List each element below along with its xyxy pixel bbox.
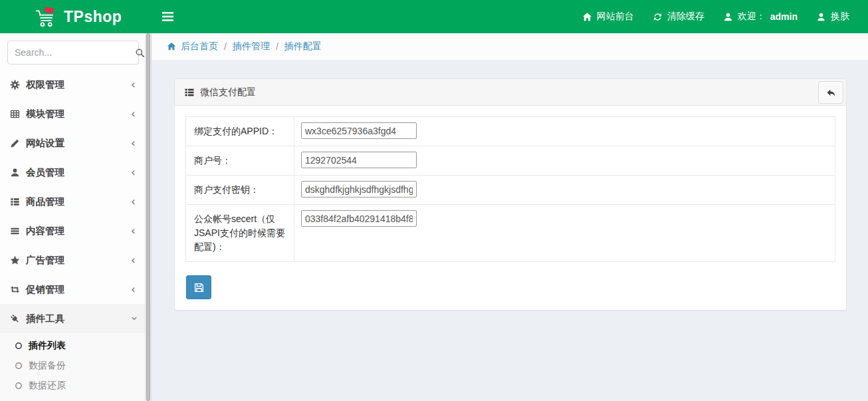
panel-title: 微信支付配置 bbox=[200, 86, 256, 98]
user-icon bbox=[10, 168, 26, 178]
home-icon bbox=[582, 12, 592, 22]
search-icon[interactable] bbox=[135, 48, 145, 58]
sidebar-item-ads[interactable]: 广告管理 ‹ bbox=[0, 245, 145, 275]
field-label: 绑定支付的APPID： bbox=[186, 117, 294, 146]
chevron-left-icon: ‹ bbox=[131, 283, 136, 295]
pay-key-input[interactable] bbox=[301, 181, 417, 198]
top-header: TPshop 网站前台 清除缓存 欢迎： admin bbox=[0, 0, 868, 33]
scrollbar-thumb[interactable] bbox=[146, 33, 150, 401]
form-row-appid: 绑定支付的APPID： bbox=[186, 117, 835, 146]
sidebar-item-members[interactable]: 会员管理 ‹ bbox=[0, 158, 145, 187]
field-label: 商户支付密钥： bbox=[186, 176, 294, 204]
appid-input[interactable] bbox=[301, 122, 417, 139]
nav-welcome-user[interactable]: 欢迎： admin bbox=[714, 0, 807, 33]
username: admin bbox=[770, 11, 798, 22]
gear-icon bbox=[10, 80, 26, 90]
chevron-left-icon: ‹ bbox=[131, 225, 136, 237]
form-row-merchant-id: 商户号： bbox=[186, 146, 835, 176]
field-label: 公众帐号secert（仅JSAPI支付的时候需要配置)： bbox=[186, 205, 294, 261]
sidebar-item-goods[interactable]: 商品管理 ‹ bbox=[0, 187, 145, 216]
secret-input[interactable] bbox=[301, 210, 417, 227]
wechat-pay-config-panel: 微信支付配置 绑定支付的APPID： 商户号： bbox=[174, 78, 847, 311]
brand-logo[interactable]: TPshop bbox=[0, 0, 153, 33]
plug-icon bbox=[10, 314, 26, 324]
nav-site-frontend[interactable]: 网站前台 bbox=[573, 0, 643, 33]
main-content: 后台首页 / 插件管理 / 插件配置 微信支付配置 绑定 bbox=[152, 33, 868, 401]
list-icon bbox=[184, 87, 195, 98]
reply-arrow-icon bbox=[826, 88, 836, 98]
sidebar: 权限管理 ‹ 模块管理 ‹ 网站设置 ‹ 会员管理 ‹ bbox=[0, 33, 145, 401]
panel-body: 绑定支付的APPID： 商户号： 商户支付密钥： bbox=[175, 106, 846, 310]
back-button[interactable] bbox=[818, 81, 843, 104]
save-button[interactable] bbox=[186, 275, 211, 299]
user-icon bbox=[723, 12, 733, 22]
config-form: 绑定支付的APPID： 商户号： 商户支付密钥： bbox=[185, 116, 835, 262]
field-label: 商户号： bbox=[186, 146, 294, 175]
sidebar-item-plugin-tools[interactable]: 插件工具 ‹ bbox=[0, 304, 145, 333]
breadcrumb-section-link[interactable]: 插件管理 bbox=[233, 41, 270, 53]
plugin-tools-submenu: 插件列表 数据备份 数据还原 bbox=[0, 333, 145, 401]
chevron-left-icon: ‹ bbox=[131, 78, 136, 90]
nav-change-skin[interactable]: 换肤 bbox=[807, 0, 859, 33]
sidebar-subitem-plugin-list[interactable]: 插件列表 bbox=[0, 336, 145, 356]
circle-icon bbox=[15, 342, 23, 350]
bars-icon bbox=[10, 226, 26, 236]
form-row-pay-key: 商户支付密钥： bbox=[186, 176, 835, 205]
breadcrumb-current-page[interactable]: 插件配置 bbox=[284, 41, 322, 53]
chevron-down-icon: ‹ bbox=[127, 316, 139, 321]
skin-user-icon bbox=[816, 12, 826, 22]
sidebar-toggle-button[interactable] bbox=[153, 0, 182, 33]
chevron-left-icon: ‹ bbox=[131, 137, 136, 149]
breadcrumb-home-link[interactable]: 后台首页 bbox=[181, 41, 218, 53]
chevron-left-icon: ‹ bbox=[131, 108, 136, 120]
home-icon bbox=[167, 42, 176, 51]
brand-title: TPshop bbox=[64, 8, 122, 26]
circle-icon bbox=[15, 362, 23, 370]
merchant-id-input[interactable] bbox=[301, 152, 417, 168]
chevron-left-icon: ‹ bbox=[131, 254, 136, 266]
refresh-icon bbox=[653, 12, 663, 22]
sidebar-item-promotions[interactable]: 促销管理 ‹ bbox=[0, 275, 145, 304]
welcome-label: 欢迎： bbox=[738, 11, 766, 23]
sidebar-item-modules[interactable]: 模块管理 ‹ bbox=[0, 99, 145, 128]
sidebar-item-site-settings[interactable]: 网站设置 ‹ bbox=[0, 128, 145, 158]
hamburger-icon bbox=[162, 12, 173, 21]
save-floppy-icon bbox=[193, 282, 205, 293]
breadcrumb: 后台首页 / 插件管理 / 插件配置 bbox=[152, 33, 868, 60]
breadcrumb-separator: / bbox=[224, 41, 227, 52]
panel-header: 微信支付配置 bbox=[175, 79, 846, 106]
search-input[interactable] bbox=[15, 47, 135, 58]
star-icon bbox=[10, 255, 26, 265]
nav-clear-cache[interactable]: 清除缓存 bbox=[643, 0, 714, 33]
sidebar-item-content[interactable]: 内容管理 ‹ bbox=[0, 216, 145, 245]
sidebar-subitem-data-restore[interactable]: 数据还原 bbox=[0, 376, 145, 396]
chevron-left-icon: ‹ bbox=[131, 166, 136, 178]
retweet-icon bbox=[10, 285, 26, 295]
pencil-icon bbox=[10, 138, 26, 148]
chevron-left-icon: ‹ bbox=[131, 196, 136, 207]
sidebar-search[interactable] bbox=[7, 41, 139, 65]
sidebar-scrollbar[interactable] bbox=[145, 33, 152, 401]
circle-icon bbox=[15, 382, 23, 390]
sidebar-subitem-data-backup[interactable]: 数据备份 bbox=[0, 356, 145, 376]
cart-logo-icon bbox=[35, 7, 57, 28]
table-icon bbox=[10, 109, 26, 119]
breadcrumb-separator: / bbox=[276, 41, 278, 52]
sidebar-item-permissions[interactable]: 权限管理 ‹ bbox=[0, 70, 145, 99]
list-icon bbox=[10, 197, 26, 207]
form-row-secret: 公众帐号secert（仅JSAPI支付的时候需要配置)： bbox=[186, 205, 835, 261]
